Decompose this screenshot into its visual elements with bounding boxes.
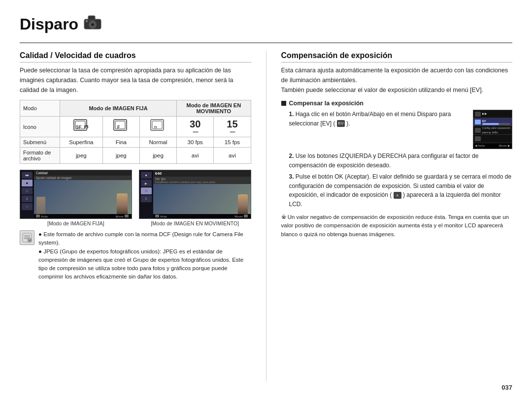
svg-point-3	[91, 23, 95, 27]
table-cell-jpeg2: jpeg	[102, 148, 139, 164]
table-cell-formato-label: Formato dearchivo	[20, 148, 60, 164]
step1-text-end: ).	[346, 120, 350, 127]
table-cell-avi2: avi	[214, 148, 251, 164]
screenshot-movimiento-box: ■ ▶ □ ≡ 640 Val. fps	[139, 170, 251, 219]
cam-sidebar-item1: ■■	[22, 172, 33, 179]
step3-exposure-icon: ±	[394, 192, 401, 199]
title-text: Disparo	[20, 15, 78, 33]
ev-row3: Config.valor exposición para aj. brillo	[473, 126, 512, 135]
cam2-bottom-bar: Atrás Mover	[153, 214, 251, 218]
table-cell-jpeg1: jpeg	[60, 148, 102, 164]
table-cell-30fps-icon: 30 ⸻	[177, 117, 214, 137]
screenshot-movimiento: ■ ▶ □ ≡ 640 Val. fps	[139, 170, 251, 226]
step1-number: 1.	[289, 111, 296, 118]
step-2: 2. Use los botones IZQUIERDA y DERECHA p…	[281, 152, 513, 170]
cam2-sidebar-item2: ▶	[141, 180, 152, 186]
table-cell-icono-label: Icono	[20, 117, 60, 137]
cam-sidebar-item4: ≡	[22, 195, 33, 202]
step2-number: 2.	[289, 153, 296, 159]
table-cell-avi1: avi	[177, 148, 214, 164]
ev-row1: ▶▶	[473, 110, 512, 118]
steps-list: 1. Haga clic en el botón Arriba/Abajo en…	[281, 110, 513, 209]
cam2-sidebar-item3: □	[141, 187, 152, 194]
step2-text: Use los botones IZQUIERDA y DERECHA para…	[289, 153, 479, 169]
cam-fija-bottom-bar: Atrás Mover	[34, 214, 132, 218]
screenshots-row: ■■ ■ □ ≡ ○ Calidad	[20, 170, 251, 226]
step3-number: 3.	[289, 173, 296, 180]
left-column: Calidad / Velocidad de cuadros Puede sel…	[20, 51, 251, 381]
table-cell-30fps: 30 fps	[177, 137, 214, 148]
svg-text:F: F	[117, 124, 120, 129]
cam-sidebar-item2: ■	[22, 180, 33, 186]
step-1: 1. Haga clic en el botón Arriba/Abajo en…	[281, 110, 513, 149]
cam-sidebar-item3: □	[22, 187, 33, 194]
ev-screen: ▶▶ EV Config.valor	[473, 110, 512, 149]
step1-text: Haga clic en el botón Arriba/Abajo en el…	[289, 111, 451, 127]
title-divider	[20, 42, 512, 43]
compensar-title: Compensar la exposición	[281, 100, 513, 107]
cam2-label: 640	[155, 171, 162, 176]
table-cell-15fps: 15 fps	[214, 137, 251, 148]
ev-row2-active: EV	[473, 118, 512, 126]
cam-fija-label: Calidad	[36, 171, 48, 175]
cam2-sublabel2: Establece número cuadros por seg. para p…	[155, 181, 249, 184]
svg-text:SF: SF	[76, 124, 82, 129]
table-cell-superfina: Superfina	[60, 137, 102, 148]
cam-sidebar-item5: ○	[22, 203, 33, 210]
table-cell-sf-icon: SF SF	[60, 117, 102, 137]
svg-text:SF: SF	[85, 126, 88, 129]
screenshot-fija-caption: [Modo de IMAGEN FIJA]	[47, 220, 104, 226]
mode-table: Modo Modo de IMAGEN FIJA Modo de IMAGEN …	[20, 100, 251, 164]
note-text: ● Este formato de archivo cumple con la …	[38, 230, 251, 281]
black-square-icon	[281, 101, 286, 106]
table-cell-15fps-icon: 15 ⸻	[214, 117, 251, 137]
ev-screen-bottom: ◀ Atrás Mover ▶	[473, 143, 512, 149]
cam2-sidebar-item1: ■	[141, 172, 152, 179]
note-line2: ● JPEG (Grupo de expertos fotográficos u…	[38, 248, 243, 280]
right-column: Compensación de exposición Esta cámara a…	[281, 51, 513, 381]
step1-ev-icon: EV	[337, 120, 345, 127]
left-section-title: Calidad / Velocidad de cuadros	[20, 51, 251, 62]
column-divider	[266, 51, 266, 381]
step-3: 3. Pulse el botón OK (Aceptar). El valor…	[281, 172, 513, 209]
note-box: ✓ ● Este formato de archivo cumple con l…	[20, 230, 251, 281]
cam-fija-sublabel: Ajuste calidad de imagen	[36, 176, 72, 180]
camera-icon	[83, 15, 102, 33]
table-cell-modo-label: Modo	[20, 100, 60, 117]
left-section-desc: Puede seleccionar la tasa de compresión …	[20, 65, 251, 95]
cam2-sidebar-item4: ≡	[141, 195, 152, 202]
page-title: Disparo	[20, 15, 102, 33]
table-cell-normal: Normal	[139, 137, 176, 148]
cam2-sublabel1: Val. fps	[155, 177, 249, 181]
ev-row4	[473, 135, 512, 143]
svg-rect-1	[88, 16, 95, 20]
svg-rect-11	[115, 121, 125, 129]
table-cell-f-icon: F	[102, 117, 139, 137]
screenshot-fija: ■■ ■ □ ≡ ○ Calidad	[20, 170, 132, 226]
table-cell-fina: Fina	[102, 137, 139, 148]
svg-rect-14	[152, 121, 162, 129]
table-header-fija: Modo de IMAGEN FIJA	[60, 100, 176, 117]
note-line1: ● Este formato de archivo cumple con la …	[38, 231, 243, 246]
page: Disparo Calidad / Velocidad de cuadros P…	[0, 0, 532, 401]
screenshot-movimiento-caption: [Modo de IMAGEN EN MOVIMIENTO]	[151, 220, 239, 226]
note-asterisk-text: ※ Un valor negativo de compensación de e…	[281, 213, 513, 239]
right-section-desc: Esta cámara ajusta automáticamente la ex…	[281, 65, 513, 95]
page-number: 037	[20, 384, 512, 391]
table-cell-n-icon: n	[139, 117, 176, 137]
svg-point-4	[86, 20, 88, 22]
screenshot-fija-box: ■■ ■ □ ≡ ○ Calidad	[20, 170, 132, 219]
svg-text:✓: ✓	[29, 239, 31, 242]
note-icon: ✓	[20, 230, 34, 245]
table-header-movimiento: Modo de IMAGEN ENMOVIMIENTO	[177, 100, 251, 117]
compensar-label-text: Compensar la exposición	[289, 100, 364, 107]
table-cell-submenu-label: Submenú	[20, 137, 60, 148]
right-section-title: Compensación de exposición	[281, 51, 513, 62]
svg-text:n: n	[154, 124, 157, 129]
table-cell-jpeg3: jpeg	[139, 148, 176, 164]
